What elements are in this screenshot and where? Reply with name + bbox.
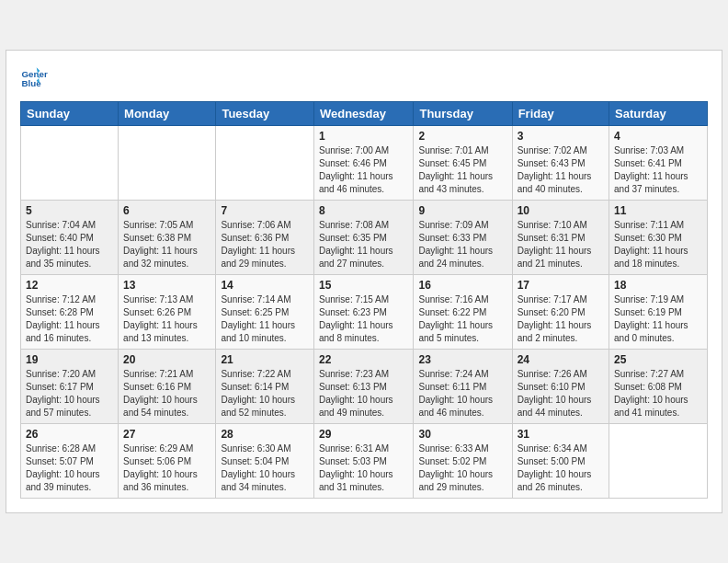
- calendar-cell: 30Sunrise: 6:33 AM Sunset: 5:02 PM Dayli…: [414, 424, 512, 499]
- weekday-header-row: SundayMondayTuesdayWednesdayThursdayFrid…: [21, 102, 708, 126]
- cell-content: Sunrise: 7:21 AM Sunset: 6:16 PM Dayligh…: [123, 368, 210, 419]
- cell-content: Sunrise: 6:30 AM Sunset: 5:04 PM Dayligh…: [221, 442, 309, 494]
- day-number: 13: [123, 279, 210, 292]
- calendar-cell: 2Sunrise: 7:01 AM Sunset: 6:45 PM Daylig…: [414, 126, 512, 201]
- calendar-cell: 5Sunrise: 7:04 AM Sunset: 6:40 PM Daylig…: [21, 201, 119, 275]
- cell-content: Sunrise: 7:22 AM Sunset: 6:14 PM Dayligh…: [221, 368, 309, 419]
- cell-content: Sunrise: 7:09 AM Sunset: 6:33 PM Dayligh…: [418, 219, 506, 270]
- cell-content: Sunrise: 7:27 AM Sunset: 6:08 PM Dayligh…: [614, 368, 702, 419]
- day-number: 7: [221, 204, 309, 217]
- cell-content: Sunrise: 7:11 AM Sunset: 6:30 PM Dayligh…: [614, 219, 702, 270]
- day-number: 2: [418, 130, 506, 143]
- calendar-cell: [609, 424, 708, 499]
- calendar-cell: [119, 126, 216, 201]
- calendar-cell: [21, 126, 119, 201]
- calendar-cell: 17Sunrise: 7:17 AM Sunset: 6:20 PM Dayli…: [512, 275, 609, 350]
- day-number: 24: [518, 353, 604, 366]
- weekday-header-cell: Wednesday: [313, 102, 414, 126]
- calendar-cell: 12Sunrise: 7:12 AM Sunset: 6:28 PM Dayli…: [21, 275, 119, 350]
- cell-content: Sunrise: 6:34 AM Sunset: 5:00 PM Dayligh…: [518, 442, 604, 494]
- calendar-row: 12Sunrise: 7:12 AM Sunset: 6:28 PM Dayli…: [21, 275, 708, 350]
- cell-content: Sunrise: 7:12 AM Sunset: 6:28 PM Dayligh…: [26, 293, 113, 345]
- calendar-cell: 23Sunrise: 7:24 AM Sunset: 6:11 PM Dayli…: [414, 350, 512, 424]
- day-number: 28: [221, 428, 309, 441]
- cell-content: Sunrise: 7:05 AM Sunset: 6:38 PM Dayligh…: [123, 219, 210, 270]
- cell-content: Sunrise: 7:03 AM Sunset: 6:41 PM Dayligh…: [614, 144, 702, 196]
- day-number: 17: [518, 279, 604, 292]
- logo: General Blue: [20, 64, 52, 92]
- cell-content: Sunrise: 7:06 AM Sunset: 6:36 PM Dayligh…: [221, 219, 309, 270]
- day-number: 31: [518, 428, 604, 441]
- cell-content: Sunrise: 7:13 AM Sunset: 6:26 PM Dayligh…: [123, 293, 210, 345]
- calendar-cell: 16Sunrise: 7:16 AM Sunset: 6:22 PM Dayli…: [414, 275, 512, 350]
- day-number: 21: [221, 353, 309, 366]
- calendar-cell: 22Sunrise: 7:23 AM Sunset: 6:13 PM Dayli…: [313, 350, 414, 424]
- calendar-cell: 31Sunrise: 6:34 AM Sunset: 5:00 PM Dayli…: [512, 424, 609, 499]
- calendar-container: General Blue SundayMondayTuesdayWednesda…: [6, 50, 722, 513]
- day-number: 12: [26, 279, 113, 292]
- calendar-cell: 27Sunrise: 6:29 AM Sunset: 5:06 PM Dayli…: [119, 424, 216, 499]
- day-number: 27: [123, 428, 210, 441]
- weekday-header-cell: Friday: [512, 102, 609, 126]
- cell-content: Sunrise: 7:16 AM Sunset: 6:22 PM Dayligh…: [418, 293, 506, 345]
- day-number: 1: [319, 130, 409, 143]
- calendar-cell: 29Sunrise: 6:31 AM Sunset: 5:03 PM Dayli…: [313, 424, 414, 499]
- cell-content: Sunrise: 6:29 AM Sunset: 5:06 PM Dayligh…: [123, 442, 210, 494]
- calendar-cell: 24Sunrise: 7:26 AM Sunset: 6:10 PM Dayli…: [512, 350, 609, 424]
- cell-content: Sunrise: 7:15 AM Sunset: 6:23 PM Dayligh…: [319, 293, 409, 345]
- cell-content: Sunrise: 6:28 AM Sunset: 5:07 PM Dayligh…: [26, 442, 113, 494]
- calendar-cell: 10Sunrise: 7:10 AM Sunset: 6:31 PM Dayli…: [512, 201, 609, 275]
- svg-text:General: General: [22, 69, 49, 79]
- cell-content: Sunrise: 7:23 AM Sunset: 6:13 PM Dayligh…: [319, 368, 409, 419]
- day-number: 19: [26, 353, 113, 366]
- weekday-header-cell: Tuesday: [216, 102, 314, 126]
- calendar-cell: 11Sunrise: 7:11 AM Sunset: 6:30 PM Dayli…: [609, 201, 708, 275]
- day-number: 18: [614, 279, 702, 292]
- day-number: 20: [123, 353, 210, 366]
- calendar-cell: 21Sunrise: 7:22 AM Sunset: 6:14 PM Dayli…: [216, 350, 314, 424]
- day-number: 22: [319, 353, 409, 366]
- day-number: 9: [418, 204, 506, 217]
- cell-content: Sunrise: 6:31 AM Sunset: 5:03 PM Dayligh…: [319, 442, 409, 494]
- calendar-cell: 7Sunrise: 7:06 AM Sunset: 6:36 PM Daylig…: [216, 201, 314, 275]
- calendar-row: 19Sunrise: 7:20 AM Sunset: 6:17 PM Dayli…: [21, 350, 708, 424]
- cell-content: Sunrise: 7:08 AM Sunset: 6:35 PM Dayligh…: [319, 219, 409, 270]
- day-number: 4: [614, 130, 702, 143]
- cell-content: Sunrise: 7:26 AM Sunset: 6:10 PM Dayligh…: [518, 368, 604, 419]
- day-number: 30: [418, 428, 506, 441]
- day-number: 23: [418, 353, 506, 366]
- day-number: 25: [614, 353, 702, 366]
- calendar-cell: 1Sunrise: 7:00 AM Sunset: 6:46 PM Daylig…: [313, 126, 414, 201]
- calendar-cell: 3Sunrise: 7:02 AM Sunset: 6:43 PM Daylig…: [512, 126, 609, 201]
- weekday-header-cell: Monday: [119, 102, 216, 126]
- cell-content: Sunrise: 7:19 AM Sunset: 6:19 PM Dayligh…: [614, 293, 702, 345]
- day-number: 6: [123, 204, 210, 217]
- calendar-cell: 6Sunrise: 7:05 AM Sunset: 6:38 PM Daylig…: [119, 201, 216, 275]
- cell-content: Sunrise: 7:01 AM Sunset: 6:45 PM Dayligh…: [418, 144, 506, 196]
- calendar-cell: 4Sunrise: 7:03 AM Sunset: 6:41 PM Daylig…: [609, 126, 708, 201]
- header-section: General Blue: [20, 64, 708, 92]
- cell-content: Sunrise: 7:00 AM Sunset: 6:46 PM Dayligh…: [319, 144, 409, 196]
- calendar-cell: [216, 126, 314, 201]
- day-number: 29: [319, 428, 409, 441]
- calendar-cell: 14Sunrise: 7:14 AM Sunset: 6:25 PM Dayli…: [216, 275, 314, 350]
- day-number: 11: [614, 204, 702, 217]
- calendar-cell: 18Sunrise: 7:19 AM Sunset: 6:19 PM Dayli…: [609, 275, 708, 350]
- calendar-row: 5Sunrise: 7:04 AM Sunset: 6:40 PM Daylig…: [21, 201, 708, 275]
- cell-content: Sunrise: 7:14 AM Sunset: 6:25 PM Dayligh…: [221, 293, 309, 345]
- calendar-cell: 8Sunrise: 7:08 AM Sunset: 6:35 PM Daylig…: [313, 201, 414, 275]
- calendar-cell: 15Sunrise: 7:15 AM Sunset: 6:23 PM Dayli…: [313, 275, 414, 350]
- calendar-cell: 19Sunrise: 7:20 AM Sunset: 6:17 PM Dayli…: [21, 350, 119, 424]
- cell-content: Sunrise: 7:10 AM Sunset: 6:31 PM Dayligh…: [518, 219, 604, 270]
- weekday-header-cell: Saturday: [609, 102, 708, 126]
- cell-content: Sunrise: 7:17 AM Sunset: 6:20 PM Dayligh…: [518, 293, 604, 345]
- cell-content: Sunrise: 7:24 AM Sunset: 6:11 PM Dayligh…: [418, 368, 506, 419]
- cell-content: Sunrise: 6:33 AM Sunset: 5:02 PM Dayligh…: [418, 442, 506, 494]
- calendar-row: 1Sunrise: 7:00 AM Sunset: 6:46 PM Daylig…: [21, 126, 708, 201]
- weekday-header-cell: Thursday: [414, 102, 512, 126]
- day-number: 14: [221, 279, 309, 292]
- calendar-cell: 25Sunrise: 7:27 AM Sunset: 6:08 PM Dayli…: [609, 350, 708, 424]
- cell-content: Sunrise: 7:20 AM Sunset: 6:17 PM Dayligh…: [26, 368, 113, 419]
- calendar-grid: SundayMondayTuesdayWednesdayThursdayFrid…: [20, 101, 708, 499]
- calendar-cell: 13Sunrise: 7:13 AM Sunset: 6:26 PM Dayli…: [119, 275, 216, 350]
